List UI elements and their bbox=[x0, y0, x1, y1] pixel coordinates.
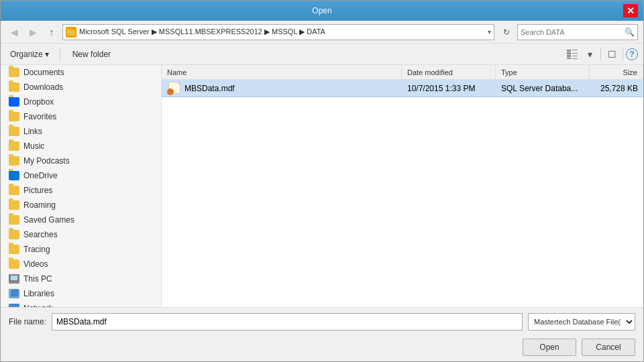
view-controls: ▾ ☐ ? bbox=[564, 46, 638, 62]
folder-icon bbox=[9, 186, 19, 195]
sidebar-item-label: Roaming bbox=[23, 200, 56, 210]
file-name: MBSData.mdf bbox=[184, 84, 235, 93]
sidebar-item-favorites[interactable]: Favorites bbox=[1, 109, 161, 124]
sidebar-item-label: Dropbox bbox=[23, 97, 54, 107]
organize-button[interactable]: Organize ▾ bbox=[6, 48, 53, 60]
dialog-title: Open bbox=[21, 6, 623, 15]
sidebar-item-label: Libraries bbox=[23, 289, 54, 298]
folder-icon bbox=[9, 215, 19, 225]
open-button[interactable]: Open bbox=[523, 339, 576, 356]
close-button[interactable]: ✕ bbox=[623, 4, 638, 17]
sidebar-item-label: Downloads bbox=[23, 82, 63, 92]
sidebar-item-pictures[interactable]: Pictures bbox=[1, 183, 161, 198]
sidebar-item-network[interactable]: Network bbox=[1, 301, 161, 307]
sidebar-item-thispc[interactable]: This PC bbox=[1, 272, 161, 286]
separator bbox=[60, 48, 60, 61]
folder-icon bbox=[9, 112, 19, 121]
sidebar-item-links[interactable]: Links bbox=[1, 124, 161, 139]
svg-rect-12 bbox=[12, 281, 16, 282]
folder-icon bbox=[9, 259, 19, 269]
sidebar-item-documents[interactable]: Documents bbox=[1, 65, 161, 80]
sidebar-item-music[interactable]: Music bbox=[1, 139, 161, 154]
file-list-header: Name Date modified Type Size bbox=[162, 65, 643, 80]
title-bar: Open ✕ bbox=[1, 1, 643, 21]
sidebar-item-label: Saved Games bbox=[23, 215, 74, 225]
up-button[interactable]: ↑ bbox=[44, 24, 60, 40]
folder-icon bbox=[9, 82, 19, 92]
sidebar-item-searches[interactable]: Searches bbox=[1, 227, 161, 242]
svg-rect-5 bbox=[572, 53, 578, 54]
sidebar-item-downloads[interactable]: Downloads bbox=[1, 80, 161, 95]
table-row[interactable]: MBSData.mdf 10/7/2015 1:33 PM SQL Server… bbox=[162, 80, 643, 97]
view-list-button[interactable] bbox=[564, 46, 580, 62]
folder-icon bbox=[9, 127, 19, 136]
pc-icon bbox=[9, 274, 19, 284]
separator2 bbox=[600, 48, 601, 61]
lib-icon bbox=[9, 289, 19, 298]
svg-rect-1 bbox=[67, 29, 70, 31]
search-input[interactable] bbox=[521, 28, 625, 36]
svg-rect-9 bbox=[572, 58, 578, 59]
folder-icon bbox=[9, 200, 19, 210]
sidebar-item-videos[interactable]: Videos bbox=[1, 257, 161, 272]
svg-rect-7 bbox=[572, 56, 578, 56]
file-name-input[interactable] bbox=[52, 313, 523, 330]
view-dropdown-button[interactable]: ▾ bbox=[582, 46, 598, 62]
organize-arrow: ▾ bbox=[45, 50, 49, 59]
address-path: Microsoft SQL Server ▶ MSSQL11.MBSEXPRES… bbox=[79, 27, 485, 36]
file-name-cell: MBSData.mdf bbox=[162, 80, 402, 97]
search-bar[interactable]: 🔍 bbox=[517, 24, 638, 40]
file-name-label: File name: bbox=[9, 317, 46, 326]
cancel-button[interactable]: Cancel bbox=[582, 339, 635, 356]
folder-icon bbox=[9, 245, 19, 254]
title-bar-controls: ✕ bbox=[623, 4, 638, 17]
sidebar-item-label: Favorites bbox=[23, 112, 56, 121]
folder-icon bbox=[9, 230, 19, 239]
sidebar-item-tracing[interactable]: Tracing bbox=[1, 242, 161, 257]
new-folder-button[interactable]: New folder bbox=[67, 48, 116, 60]
sidebar-item-onedrive[interactable]: OneDrive bbox=[1, 168, 161, 183]
sidebar-item-podcasts[interactable]: My Podcasts bbox=[1, 154, 161, 168]
svg-rect-15 bbox=[11, 290, 18, 296]
file-type-select[interactable]: Mastertech Database File(MBSD ▾ bbox=[528, 313, 635, 330]
svg-rect-0 bbox=[67, 30, 75, 36]
folder-icon bbox=[9, 141, 19, 151]
sidebar-item-libraries[interactable]: Libraries bbox=[1, 286, 161, 301]
back-button[interactable]: ◀ bbox=[6, 24, 22, 40]
column-header-name[interactable]: Name bbox=[162, 65, 402, 79]
svg-rect-8 bbox=[567, 58, 571, 59]
organize-label: Organize bbox=[10, 50, 43, 59]
sidebar-item-label: Videos bbox=[23, 259, 48, 269]
list-view-icon bbox=[567, 50, 578, 59]
navigation-toolbar: ◀ ▶ ↑ Microsoft SQL Server ▶ MSSQL11.MBS… bbox=[1, 21, 643, 44]
sidebar-item-dropbox[interactable]: Dropbox bbox=[1, 95, 161, 109]
address-folder-icon bbox=[66, 27, 76, 38]
column-header-type[interactable]: Type bbox=[496, 65, 590, 79]
sidebar-item-label: Links bbox=[23, 127, 42, 136]
folder-icon bbox=[9, 97, 19, 107]
folder-icon bbox=[9, 68, 19, 77]
file-type-cell: SQL Server Databa... bbox=[496, 82, 590, 95]
help-button[interactable]: ? bbox=[626, 48, 638, 60]
svg-rect-11 bbox=[11, 276, 17, 280]
file-size-cell: 25,728 KB bbox=[590, 82, 643, 95]
column-header-size[interactable]: Size bbox=[590, 65, 643, 79]
sidebar-item-roaming[interactable]: Roaming bbox=[1, 198, 161, 213]
refresh-button[interactable]: ↻ bbox=[498, 24, 515, 40]
file-date-cell: 10/7/2015 1:33 PM bbox=[402, 82, 496, 95]
svg-rect-3 bbox=[572, 50, 578, 50]
bottom-bar: File name: Mastertech Database File(MBSD… bbox=[1, 307, 643, 336]
svg-rect-4 bbox=[567, 52, 571, 54]
forward-button[interactable]: ▶ bbox=[25, 24, 41, 40]
action-bar: Organize ▾ New folder ▾ ☐ bbox=[1, 44, 643, 65]
sidebar-item-label: This PC bbox=[23, 274, 52, 284]
sidebar-item-label: Tracing bbox=[23, 245, 50, 254]
preview-button[interactable]: ☐ bbox=[604, 46, 620, 62]
address-dropdown-arrow[interactable]: ▾ bbox=[488, 28, 491, 36]
address-bar[interactable]: Microsoft SQL Server ▶ MSSQL11.MBSEXPRES… bbox=[62, 24, 494, 40]
column-header-date[interactable]: Date modified bbox=[402, 65, 496, 79]
sidebar-item-label: Documents bbox=[23, 68, 64, 77]
svg-rect-6 bbox=[567, 55, 571, 57]
sidebar-item-saved-games[interactable]: Saved Games bbox=[1, 213, 161, 227]
folder-icon bbox=[9, 156, 19, 166]
